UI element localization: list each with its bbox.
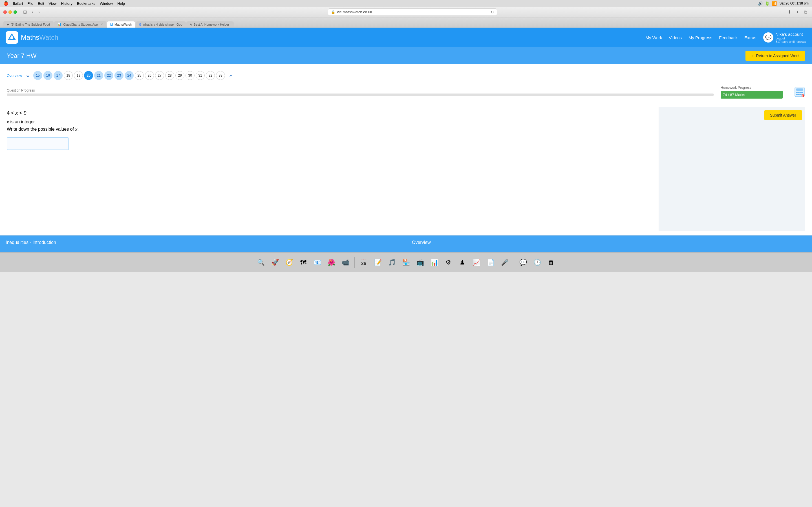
answer-input[interactable] xyxy=(7,137,69,150)
nav-my-progress[interactable]: My Progress xyxy=(689,35,712,40)
ai-favicon: A xyxy=(190,23,192,26)
pagination-page-18[interactable]: 18 xyxy=(64,71,73,80)
menu-history[interactable]: History xyxy=(61,1,72,6)
submit-answer-button[interactable]: Submit Answer xyxy=(764,110,802,120)
tab-ai-helper[interactable]: A Best AI Homework Helper & Homework... xyxy=(186,21,234,27)
forward-button[interactable]: › xyxy=(37,9,42,15)
return-to-assigned-work-button[interactable]: ← Return to Assigned Work xyxy=(746,51,805,61)
nav-extras[interactable]: Extras xyxy=(744,35,756,40)
back-button[interactable]: ‹ xyxy=(30,9,35,15)
pagination-page-28[interactable]: 28 xyxy=(165,71,174,80)
pagination-overview[interactable]: Overview xyxy=(7,71,22,80)
dock-activity-monitor[interactable]: 📈 xyxy=(470,256,483,269)
menu-file[interactable]: File xyxy=(28,1,33,6)
dock-reminders[interactable]: 📝 xyxy=(371,256,384,269)
svg-rect-4 xyxy=(796,92,798,93)
maximize-window-button[interactable] xyxy=(13,10,17,14)
question-line2: Write down the possible values of x. xyxy=(7,127,654,132)
page-title: Year 7 HW xyxy=(7,52,37,59)
calculator-icon[interactable]: ! xyxy=(794,86,805,98)
tab-youtube[interactable]: ▶ (9) Eating The Spiciest Food From Ever… xyxy=(3,21,54,27)
dock-divider-2 xyxy=(514,257,514,268)
share-button[interactable]: ⬆ xyxy=(786,9,793,15)
dock-divider-1 xyxy=(354,257,355,268)
dock-mail[interactable]: 📧 xyxy=(311,256,323,269)
app-menu-safari[interactable]: Safari xyxy=(13,1,23,6)
close-window-button[interactable] xyxy=(3,10,7,14)
apple-menu-icon[interactable]: 🍎 xyxy=(3,1,8,6)
menu-help[interactable]: Help xyxy=(117,1,125,6)
dock-safari[interactable]: 🧭 xyxy=(283,256,295,269)
tab-label-classcharts: ClassCharts Student App xyxy=(63,23,98,26)
pagination-page-17[interactable]: 17 xyxy=(54,71,63,80)
pagination-page-27[interactable]: 27 xyxy=(155,71,164,80)
tab-mathswatch[interactable]: M MathsWatch xyxy=(107,21,135,27)
dock-pages[interactable]: 📄 xyxy=(485,256,497,269)
svg-rect-1 xyxy=(10,37,13,39)
pagination-page-31[interactable]: 31 xyxy=(196,71,205,80)
minimize-window-button[interactable] xyxy=(8,10,12,14)
new-tab-button[interactable]: + xyxy=(795,9,801,15)
pagination-next[interactable]: » xyxy=(226,71,235,80)
pagination-page-33[interactable]: 33 xyxy=(216,71,225,80)
pagination-page-30[interactable]: 30 xyxy=(186,71,195,80)
address-bar-input[interactable] xyxy=(337,10,489,14)
nav-videos[interactable]: Videos xyxy=(669,35,682,40)
dock-whatsapp[interactable]: 💬 xyxy=(517,256,529,269)
pagination-page-24[interactable]: 24 xyxy=(124,71,134,80)
dock-clock[interactable]: 🕐 xyxy=(531,256,543,269)
pagination-page-32[interactable]: 32 xyxy=(206,71,215,80)
youtube-favicon: ▶ xyxy=(7,22,9,26)
pagination-page-15[interactable]: 15 xyxy=(33,71,42,80)
menu-view[interactable]: View xyxy=(49,1,57,6)
dock-trash[interactable]: 🗑 xyxy=(545,256,557,269)
menu-bookmarks[interactable]: Bookmarks xyxy=(77,1,95,6)
dock-launchpad[interactable]: 🚀 xyxy=(269,256,281,269)
dock-numbers[interactable]: 📊 xyxy=(428,256,441,269)
mw-logo-text: MathsWatch xyxy=(21,34,58,41)
pagination-page-23[interactable]: 23 xyxy=(114,71,123,80)
pagination-page-26[interactable]: 26 xyxy=(145,71,154,80)
question-inequality: 4 < x < 9 xyxy=(7,110,654,116)
svg-rect-5 xyxy=(798,92,800,93)
pagination-page-20[interactable]: 20 xyxy=(84,71,93,80)
renewal-info: 317 days until renewal xyxy=(776,40,806,43)
dock-apple-tv[interactable]: 📺 xyxy=(414,256,426,269)
dock-appstore[interactable]: 🏪 xyxy=(400,256,412,269)
account-name[interactable]: Nika's account xyxy=(776,32,806,37)
overview-card[interactable]: Overview xyxy=(406,235,812,252)
menu-window[interactable]: Window xyxy=(100,1,113,6)
tab-google[interactable]: G what is a 4 side shape - Google Search xyxy=(136,21,186,27)
menu-edit[interactable]: Edit xyxy=(38,1,44,6)
pagination-page-21[interactable]: 21 xyxy=(94,71,103,80)
inequalities-intro-card[interactable]: Inequalities - Introduction xyxy=(0,235,406,252)
logout-link[interactable]: Logout xyxy=(776,37,806,40)
nav-my-work[interactable]: My Work xyxy=(645,35,662,40)
dock-itunes[interactable]: 🎵 xyxy=(386,256,398,269)
dock-keynote[interactable]: 🎤 xyxy=(499,256,511,269)
dock-photos[interactable]: 🌺 xyxy=(325,256,338,269)
reload-button[interactable]: ↻ xyxy=(491,10,494,14)
dock-finder[interactable]: 🔍 xyxy=(255,256,267,269)
dock-facetime[interactable]: 📹 xyxy=(339,256,352,269)
dock-calendar[interactable]: OCT26 xyxy=(357,256,370,269)
tab-classcharts[interactable]: 📊 ClassCharts Student App ✕ xyxy=(54,21,106,27)
pagination-page-22[interactable]: 22 xyxy=(104,71,113,80)
pagination-page-25[interactable]: 25 xyxy=(135,71,144,80)
mw-logo[interactable]: MathsWatch xyxy=(6,31,58,44)
homework-progress-label: Homework Progress xyxy=(721,86,783,90)
close-tab-classcharts-button[interactable]: ✕ xyxy=(101,23,103,26)
tab-label-ai: Best AI Homework Helper & Homework... xyxy=(194,23,231,26)
nav-feedback[interactable]: Feedback xyxy=(719,35,738,40)
pagination-page-16[interactable]: 16 xyxy=(43,71,52,80)
dock-maps[interactable]: 🗺 xyxy=(297,256,309,269)
sidebar-toggle-button[interactable]: ⊞ xyxy=(21,9,29,15)
account-avatar[interactable]: 💬 xyxy=(763,33,773,43)
tab-overview-button[interactable]: ⧉ xyxy=(802,9,809,15)
pagination-prev[interactable]: « xyxy=(23,71,32,80)
pagination-page-19[interactable]: 19 xyxy=(74,71,83,80)
pagination-page-29[interactable]: 29 xyxy=(175,71,185,80)
dock-settings[interactable]: ⚙ xyxy=(442,256,455,269)
tab-label-mathswatch: MathsWatch xyxy=(114,23,132,26)
dock-chess[interactable]: ♟ xyxy=(456,256,469,269)
